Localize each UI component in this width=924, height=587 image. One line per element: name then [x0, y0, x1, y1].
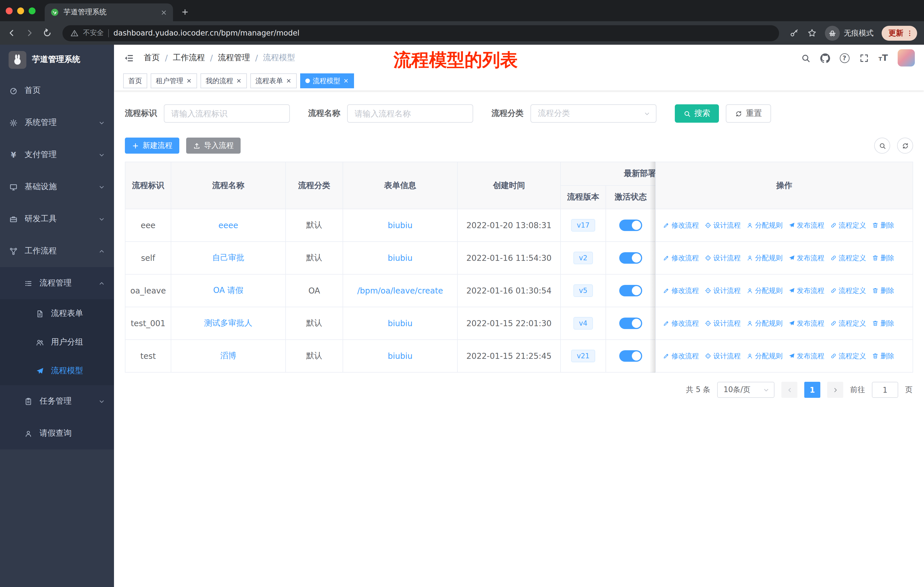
- modify-process-button[interactable]: 修改流程: [663, 286, 699, 296]
- delete-button[interactable]: 删除: [872, 351, 894, 361]
- breadcrumb-item-process-management[interactable]: 流程管理: [218, 53, 250, 63]
- design-process-button[interactable]: 设计流程: [705, 286, 741, 296]
- search-icon[interactable]: [800, 53, 810, 63]
- new-tab-button[interactable]: [181, 8, 189, 16]
- design-process-button[interactable]: 设计流程: [705, 318, 741, 328]
- process-name-link[interactable]: 自己审批: [212, 253, 244, 262]
- sidebar-item-user-group[interactable]: 用户分组: [0, 328, 114, 357]
- refresh-table-button[interactable]: [897, 137, 913, 154]
- design-process-button[interactable]: 设计流程: [705, 253, 741, 263]
- close-icon[interactable]: [236, 78, 242, 84]
- minimize-window-button[interactable]: [17, 7, 24, 14]
- process-definition-button[interactable]: 流程定义: [830, 286, 866, 296]
- bookmark-star-icon[interactable]: [807, 28, 817, 38]
- process-name-link[interactable]: 滔博: [220, 351, 236, 360]
- assign-rule-button[interactable]: 分配规则: [746, 220, 782, 230]
- process-key-input[interactable]: [164, 104, 290, 123]
- sidebar-collapse-button[interactable]: [123, 53, 134, 63]
- import-process-button[interactable]: 导入流程: [186, 137, 241, 154]
- assign-rule-button[interactable]: 分配规则: [746, 351, 782, 361]
- app-logo[interactable]: 芋道管理系统: [0, 45, 114, 74]
- user-avatar[interactable]: [898, 49, 915, 66]
- close-icon[interactable]: [186, 78, 192, 84]
- toggle-search-button[interactable]: [874, 137, 890, 154]
- tab-close-icon[interactable]: [160, 9, 167, 16]
- assign-rule-button[interactable]: 分配规则: [746, 318, 782, 328]
- tag-process-form[interactable]: 流程表单: [250, 73, 297, 88]
- process-definition-button[interactable]: 流程定义: [830, 351, 866, 361]
- font-size-icon[interactable]: [878, 53, 888, 63]
- active-status-toggle[interactable]: [619, 317, 642, 329]
- goto-page-input[interactable]: [872, 382, 898, 398]
- address-bar[interactable]: 不安全 dashboard.yudao.iocoder.cn/bpm/manag…: [63, 25, 779, 41]
- sidebar-item-devtools[interactable]: 研发工具: [0, 203, 114, 235]
- close-icon[interactable]: [343, 78, 349, 84]
- modify-process-button[interactable]: 修改流程: [663, 318, 699, 328]
- fullscreen-icon[interactable]: [859, 53, 869, 63]
- modify-process-button[interactable]: 修改流程: [663, 220, 699, 230]
- form-info-link[interactable]: biubiu: [388, 253, 413, 263]
- sidebar-item-workflow[interactable]: 工作流程: [0, 235, 114, 267]
- publish-process-button[interactable]: 发布流程: [788, 220, 824, 230]
- process-name-link[interactable]: 测试多审批人: [204, 318, 252, 327]
- sidebar-item-system[interactable]: 系统管理: [0, 107, 114, 139]
- delete-button[interactable]: 删除: [872, 286, 894, 296]
- tag-process-model[interactable]: 流程模型: [300, 73, 354, 88]
- help-icon[interactable]: [840, 53, 849, 63]
- browser-tab[interactable]: 芋道管理系统: [45, 3, 173, 21]
- active-status-toggle[interactable]: [619, 285, 642, 296]
- page-size-select[interactable]: 10条/页: [717, 382, 774, 398]
- assign-rule-button[interactable]: 分配规则: [746, 253, 782, 263]
- page-1-button[interactable]: 1: [804, 382, 820, 398]
- sidebar-item-process-management[interactable]: 流程管理: [0, 267, 114, 299]
- search-button[interactable]: 搜索: [675, 104, 719, 123]
- delete-button[interactable]: 删除: [872, 220, 894, 230]
- prev-page-button[interactable]: [781, 382, 797, 398]
- design-process-button[interactable]: 设计流程: [705, 351, 741, 361]
- process-definition-button[interactable]: 流程定义: [830, 253, 866, 263]
- breadcrumb-item-workflow[interactable]: 工作流程: [173, 53, 205, 63]
- modify-process-button[interactable]: 修改流程: [663, 253, 699, 263]
- browser-menu-icon[interactable]: [906, 29, 914, 37]
- delete-button[interactable]: 删除: [872, 318, 894, 328]
- reload-button[interactable]: [42, 28, 52, 38]
- process-name-input[interactable]: [347, 104, 473, 123]
- publish-process-button[interactable]: 发布流程: [788, 318, 824, 328]
- delete-button[interactable]: 删除: [872, 253, 894, 263]
- modify-process-button[interactable]: 修改流程: [663, 351, 699, 361]
- password-key-icon[interactable]: [789, 28, 799, 38]
- back-button[interactable]: [7, 28, 16, 38]
- sidebar-item-process-form[interactable]: 流程表单: [0, 299, 114, 328]
- publish-process-button[interactable]: 发布流程: [788, 351, 824, 361]
- forward-button[interactable]: [25, 28, 35, 38]
- close-window-button[interactable]: [6, 7, 13, 14]
- active-status-toggle[interactable]: [619, 220, 642, 231]
- form-info-link[interactable]: /bpm/oa/leave/create: [357, 286, 443, 295]
- form-info-link[interactable]: biubiu: [388, 351, 413, 360]
- next-page-button[interactable]: [827, 382, 843, 398]
- active-status-toggle[interactable]: [619, 350, 642, 362]
- process-definition-button[interactable]: 流程定义: [830, 318, 866, 328]
- process-name-link[interactable]: OA 请假: [213, 286, 243, 294]
- process-name-link[interactable]: eeee: [219, 221, 238, 230]
- form-info-link[interactable]: biubiu: [388, 319, 413, 328]
- sidebar-item-infrastructure[interactable]: 基础设施: [0, 171, 114, 203]
- tag-home[interactable]: 首页: [123, 73, 147, 88]
- breadcrumb-item-home[interactable]: 首页: [144, 53, 160, 63]
- process-definition-button[interactable]: 流程定义: [830, 220, 866, 230]
- tag-my-process[interactable]: 我的流程: [201, 73, 247, 88]
- publish-process-button[interactable]: 发布流程: [788, 286, 824, 296]
- github-icon[interactable]: [820, 53, 830, 63]
- sidebar-item-task-management[interactable]: 任务管理: [0, 385, 114, 417]
- design-process-button[interactable]: 设计流程: [705, 220, 741, 230]
- update-button[interactable]: 更新: [882, 25, 917, 40]
- form-info-link[interactable]: biubiu: [388, 221, 413, 230]
- active-status-toggle[interactable]: [619, 252, 642, 264]
- zoom-window-button[interactable]: [29, 7, 36, 14]
- sidebar-item-leave-query[interactable]: 请假查询: [0, 417, 114, 450]
- category-select[interactable]: 流程分类: [530, 104, 657, 123]
- sidebar-item-process-model[interactable]: 流程模型: [0, 357, 114, 385]
- create-process-button[interactable]: 新建流程: [125, 137, 179, 154]
- reset-button[interactable]: 重置: [726, 104, 771, 123]
- assign-rule-button[interactable]: 分配规则: [746, 286, 782, 296]
